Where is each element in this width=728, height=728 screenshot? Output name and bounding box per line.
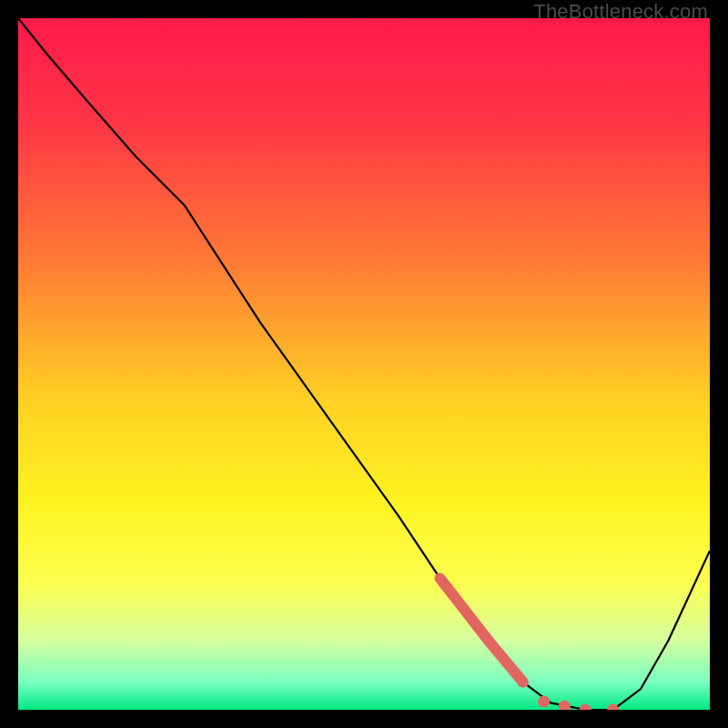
chart-svg (18, 18, 710, 710)
plot-area (18, 18, 710, 710)
highlight-dot (538, 695, 550, 707)
chart-frame: TheBottleneck.com (0, 0, 728, 728)
gradient-background (18, 18, 710, 710)
